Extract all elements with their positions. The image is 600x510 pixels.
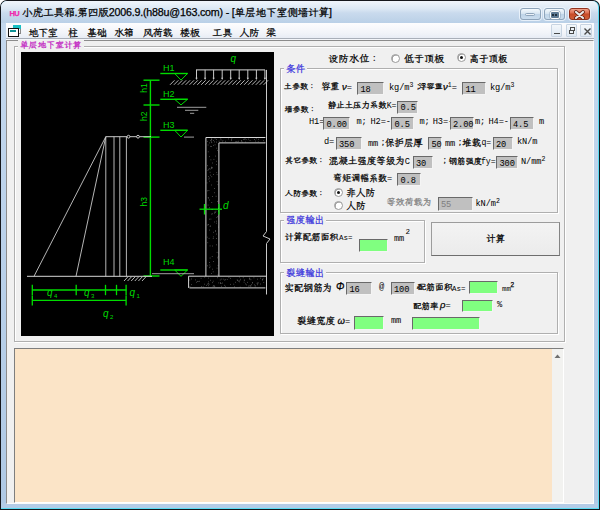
svg-text:3: 3 [91, 293, 95, 299]
svg-text:H2: H2 [163, 88, 175, 98]
svg-text:d: d [223, 199, 229, 210]
svg-text:H1: H1 [163, 63, 175, 73]
svg-text:h3: h3 [139, 196, 149, 206]
svg-text:H4: H4 [163, 256, 175, 266]
svg-text:4: 4 [54, 293, 58, 299]
svg-text:q: q [84, 286, 90, 297]
svg-text:H3: H3 [163, 119, 175, 129]
svg-text:q: q [231, 52, 237, 63]
svg-text:h1: h1 [139, 82, 149, 92]
svg-text:1: 1 [137, 293, 141, 299]
svg-text:h2: h2 [139, 111, 149, 121]
svg-text:q: q [47, 286, 53, 297]
svg-text:2: 2 [110, 314, 114, 320]
svg-text:q: q [130, 286, 136, 297]
svg-text:q: q [103, 307, 109, 318]
